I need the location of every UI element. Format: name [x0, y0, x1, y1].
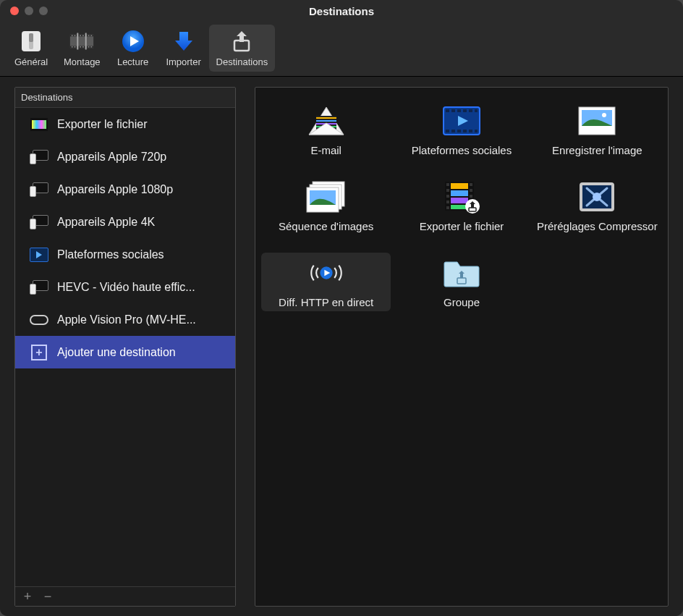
- sidebar-item-apple-1080p[interactable]: Appareils Apple 1080p: [15, 173, 235, 206]
- template-label: E-mail: [310, 144, 342, 156]
- sidebar-list: Exporter le fichier Appareils Apple 720p…: [15, 108, 235, 586]
- vision-pro-icon: [30, 312, 48, 328]
- destination-templates-panel: E-mail Plateformes sociales: [255, 87, 669, 607]
- svg-rect-65: [451, 190, 468, 196]
- toolbar: Général Montage: [0, 22, 683, 76]
- svg-rect-60: [470, 189, 472, 192]
- add-destination-button[interactable]: +: [21, 590, 34, 603]
- maximize-button[interactable]: [39, 7, 48, 15]
- tab-label: Général: [14, 56, 48, 67]
- sidebar-item-social[interactable]: Plateformes sociales: [15, 238, 235, 271]
- svg-rect-66: [451, 198, 468, 203]
- svg-rect-55: [446, 189, 449, 192]
- svg-rect-36: [463, 109, 467, 112]
- template-label: Préréglages Compressor: [537, 220, 658, 232]
- svg-rect-10: [82, 35, 84, 35]
- svg-rect-57: [446, 201, 449, 203]
- tab-label: Montage: [64, 56, 101, 67]
- svg-rect-54: [446, 183, 449, 186]
- minimize-button[interactable]: [25, 7, 33, 15]
- svg-rect-37: [469, 109, 472, 112]
- template-label: Groupe: [444, 296, 480, 308]
- image-frame-icon: [574, 104, 620, 138]
- svg-rect-38: [475, 109, 478, 112]
- sidebar-item-label: HEVC - Vidéo haute effic...: [57, 281, 195, 294]
- template-group[interactable]: Groupe: [396, 253, 526, 311]
- svg-rect-33: [446, 109, 449, 112]
- share-icon: [228, 28, 255, 55]
- svg-rect-35: [457, 109, 461, 112]
- svg-rect-39: [446, 130, 449, 132]
- devices-icon: [30, 182, 48, 198]
- tab-destinations[interactable]: Destinations: [209, 25, 276, 72]
- svg-rect-29: [316, 120, 336, 122]
- svg-rect-4: [70, 35, 93, 37]
- svg-rect-58: [446, 206, 449, 209]
- sidebar-item-apple-4k[interactable]: Appareils Apple 4K: [15, 206, 235, 238]
- template-image-sequence[interactable]: Séquence d'images: [261, 177, 391, 235]
- tab-label: Destinations: [216, 56, 268, 67]
- film-share-icon: [438, 180, 485, 214]
- template-http-live[interactable]: Diff. HTTP en direct: [261, 253, 391, 311]
- tab-import[interactable]: Importer: [158, 25, 209, 72]
- sidebar-item-vision-pro[interactable]: Apple Vision Pro (MV-HE...: [15, 303, 235, 336]
- svg-rect-5: [70, 46, 93, 48]
- devices-icon: [30, 279, 48, 295]
- svg-rect-21: [91, 46, 93, 47]
- svg-point-74: [593, 193, 601, 201]
- template-save-image[interactable]: Enregistrer l'image: [533, 101, 662, 159]
- svg-rect-18: [82, 46, 84, 47]
- download-arrow-icon: [170, 28, 198, 55]
- svg-rect-6: [72, 35, 73, 35]
- titlebar: Destinations: [0, 0, 683, 22]
- svg-rect-26: [234, 41, 249, 51]
- tab-general[interactable]: Général: [6, 25, 56, 72]
- template-label: Exporter le fichier: [420, 220, 504, 232]
- close-button[interactable]: [10, 7, 19, 15]
- svg-rect-41: [457, 130, 461, 132]
- svg-point-48: [602, 113, 606, 117]
- tab-editing[interactable]: Montage: [56, 25, 108, 72]
- svg-rect-34: [451, 109, 455, 112]
- svg-rect-17: [80, 46, 81, 47]
- sidebar-item-label: Ajouter une destination: [57, 346, 176, 359]
- sidebar-item-hevc[interactable]: HEVC - Vidéo haute effic...: [15, 271, 235, 303]
- sidebar-footer: + −: [15, 586, 235, 606]
- broadcast-icon: [303, 256, 349, 290]
- destinations-sidebar: Destinations Exporter le fichier Apparei…: [14, 87, 236, 607]
- sidebar-header: Destinations: [15, 88, 235, 108]
- traffic-lights: [0, 7, 48, 15]
- compressor-icon: [574, 180, 620, 214]
- sidebar-item-label: Appareils Apple 4K: [57, 216, 155, 229]
- template-compressor[interactable]: Préréglages Compressor: [533, 177, 662, 235]
- svg-rect-59: [470, 183, 472, 186]
- remove-destination-button[interactable]: −: [41, 590, 54, 603]
- sidebar-item-label: Appareils Apple 720p: [57, 151, 166, 164]
- svg-rect-61: [470, 195, 472, 198]
- template-label: Diff. HTTP en direct: [279, 296, 373, 308]
- svg-rect-15: [75, 46, 76, 47]
- play-circle-icon: [119, 28, 147, 55]
- template-export-file[interactable]: Exporter le fichier: [396, 177, 526, 235]
- social-clip-icon: [30, 247, 48, 263]
- devices-icon: [30, 149, 48, 165]
- filmstrip-icon: [68, 28, 96, 55]
- film-icon: [30, 117, 48, 132]
- sidebar-item-label: Plateformes sociales: [57, 248, 164, 261]
- sidebar-item-add-destination[interactable]: + Ajouter une destination: [15, 336, 235, 368]
- window-title: Destinations: [0, 5, 683, 17]
- tab-label: Lecture: [117, 56, 148, 67]
- template-social[interactable]: Plateformes sociales: [396, 101, 526, 159]
- svg-rect-44: [475, 130, 478, 132]
- tab-playback[interactable]: Lecture: [108, 25, 158, 72]
- sidebar-item-apple-720p[interactable]: Appareils Apple 720p: [15, 140, 235, 173]
- svg-rect-56: [446, 195, 449, 198]
- template-email[interactable]: E-mail: [261, 101, 391, 159]
- sidebar-item-export-file[interactable]: Exporter le fichier: [15, 108, 235, 140]
- template-label: Enregistrer l'image: [552, 144, 642, 156]
- image-stack-icon: [303, 180, 349, 214]
- social-video-icon: [438, 104, 485, 138]
- svg-rect-12: [88, 35, 90, 35]
- content-area: Destinations Exporter le fichier Apparei…: [0, 76, 683, 616]
- svg-rect-7: [75, 35, 76, 35]
